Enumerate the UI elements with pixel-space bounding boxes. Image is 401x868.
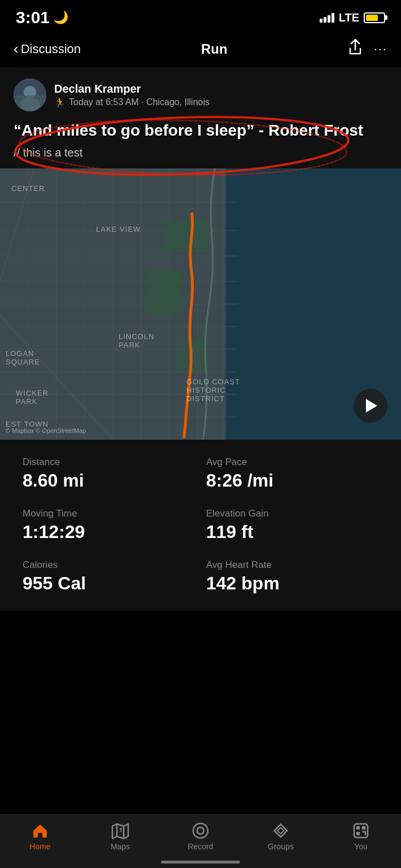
battery-fill [366,15,378,21]
record-icon [191,822,210,840]
stat-item-distance: Distance8.60 mi [23,457,195,491]
share-button[interactable] [348,38,363,59]
stat-value: 8.60 mi [23,470,195,491]
map-section: CENTER LAKE VIEW LINCOLNPARK LOGANSQUARE… [0,168,401,440]
svg-rect-29 [164,219,209,253]
status-bar: 3:01 🌙 LTE [0,0,401,33]
home-icon [31,822,49,840]
avatar [14,79,46,111]
svg-point-34 [120,828,122,830]
stat-value: 119 ft [206,522,378,542]
you-icon [352,822,370,840]
status-right: LTE [320,11,385,24]
post-content: “And miles to go before I sleep” - Rober… [14,120,387,168]
stat-item-elevation-gain: Elevation Gain119 ft [206,508,378,542]
stat-label: Moving Time [23,508,195,519]
post-author: Declan Kramper [54,83,210,96]
tab-bar: Home Maps Record Groups [0,814,401,868]
status-time: 3:01 [16,8,50,27]
tab-home-label: Home [29,842,50,851]
stat-value: 1:12:29 [23,522,195,542]
signal-bars [320,13,334,23]
groups-icon [272,822,290,840]
stat-label: Distance [23,457,195,468]
svg-point-36 [197,827,204,834]
stat-item-moving-time: Moving Time1:12:29 [23,508,195,542]
nav-bar: ‹ Discussion Run ··· [0,33,401,67]
map-attribution: © Mapbox © OpenStreetMap [6,427,86,434]
stat-item-avg-pace: Avg Pace8:26 /mi [206,457,378,491]
svg-rect-28 [147,270,181,315]
svg-rect-37 [274,824,287,837]
lte-label: LTE [339,11,359,24]
signal-bar-4 [332,13,334,23]
svg-rect-41 [362,826,365,830]
page-title: Run [201,41,228,57]
stat-item-calories: Calories955 Cal [23,559,195,594]
post-section: Declan Kramper 🏃 Today at 6:53 AM · Chic… [0,67,401,168]
post-time-location: 🏃 Today at 6:53 AM · Chicago, Illinois [54,97,210,108]
svg-point-35 [193,823,208,838]
map-label-logansquare: LOGANSQUARE [6,349,40,366]
svg-rect-39 [354,824,368,837]
post-timestamp-location: Today at 6:53 AM · Chicago, Illinois [69,97,210,107]
avatar-image [14,79,46,111]
stat-label: Calories [23,559,195,571]
svg-rect-40 [356,826,360,830]
tab-maps[interactable]: Maps [98,822,143,851]
run-icon: 🏃 [54,97,66,108]
post-header: Declan Kramper 🏃 Today at 6:53 AM · Chic… [14,79,387,111]
tab-record[interactable]: Record [178,822,223,851]
post-subtext: // this is a test [14,146,387,159]
signal-bar-1 [320,19,322,23]
tab-maps-label: Maps [111,842,130,851]
stat-value: 955 Cal [23,573,195,594]
home-indicator [161,861,240,863]
map-label-wickerpark: WICKERPARK [16,389,49,406]
stats-grid: Distance8.60 miAvg Pace8:26 /miMoving Ti… [23,457,378,594]
stat-label: Avg Heart Rate [206,559,378,571]
tab-groups[interactable]: Groups [258,822,303,851]
post-meta: Declan Kramper 🏃 Today at 6:53 AM · Chic… [54,83,210,108]
stats-section: Distance8.60 miAvg Pace8:26 /miMoving Ti… [0,440,401,611]
stat-item-avg-heart-rate: Avg Heart Rate142 bpm [206,559,378,594]
signal-bar-2 [324,17,326,23]
map-label-lakeview: LAKE VIEW [96,225,141,233]
signal-bar-3 [328,15,330,23]
svg-rect-38 [277,827,284,834]
back-label: Discussion [21,42,81,57]
nav-actions: ··· [348,38,387,59]
tab-you[interactable]: You [338,822,383,851]
map-label-goldcoast: GOLD COASTHISTORICDISTRICT [186,377,240,403]
map-label-center: CENTER [11,184,45,193]
tab-home[interactable]: Home [18,822,63,851]
battery-indicator [364,12,385,23]
stat-label: Avg Pace [206,457,378,468]
play-button[interactable] [354,389,387,423]
svg-rect-42 [356,832,360,835]
tab-you-label: You [354,842,368,851]
play-icon [366,399,377,413]
maps-icon [111,822,129,840]
post-quote: “And miles to go before I sleep” - Rober… [14,120,387,141]
back-button[interactable]: ‹ Discussion [14,40,81,58]
tab-groups-label: Groups [268,842,294,851]
stat-value: 142 bpm [206,573,378,594]
more-button[interactable]: ··· [374,42,387,57]
svg-rect-3 [14,96,46,111]
moon-icon: 🌙 [53,10,68,25]
stat-label: Elevation Gain [206,508,378,519]
stat-value: 8:26 /mi [206,470,378,491]
map-label-lincolnpark: LINCOLNPARK [119,332,154,349]
tab-record-label: Record [188,842,213,851]
